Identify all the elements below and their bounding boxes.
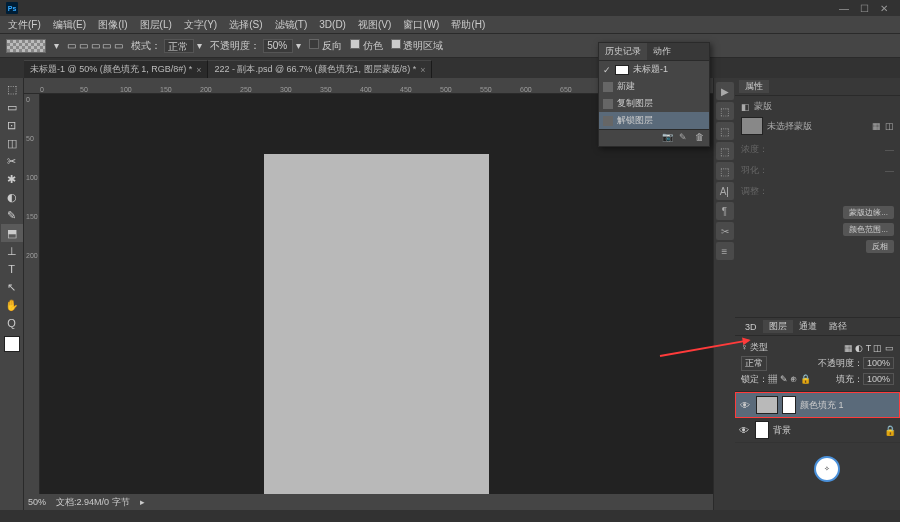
panel-icon-5[interactable]: ⬚: [716, 162, 734, 180]
layer-opacity-input[interactable]: 100%: [863, 357, 894, 369]
panel-icon-7[interactable]: ¶: [716, 202, 734, 220]
mode-select[interactable]: 正常: [164, 39, 194, 53]
main-menu: 文件(F) 编辑(E) 图像(I) 图层(L) 文字(Y) 选择(S) 滤镜(T…: [0, 16, 900, 34]
quickmask-tool[interactable]: Q: [1, 314, 23, 332]
lock-icon: 🔒: [884, 425, 896, 436]
panel-icon-1[interactable]: ▶: [716, 82, 734, 100]
history-doc-row[interactable]: ✓未标题-1: [599, 61, 709, 78]
panel-icon-2[interactable]: ⬚: [716, 102, 734, 120]
document-tab-1[interactable]: 未标题-1 @ 50% (颜色填充 1, RGB/8#) *×: [24, 60, 208, 78]
hand-tool[interactable]: ✋: [1, 296, 23, 314]
transparency-checkbox[interactable]: [391, 39, 401, 49]
tab-channels[interactable]: 通道: [793, 320, 823, 333]
menu-view[interactable]: 视图(V): [354, 18, 395, 32]
history-step[interactable]: 复制图层: [599, 95, 709, 112]
feather-label: 羽化：: [741, 164, 768, 177]
mode-label: 模式：: [131, 39, 161, 53]
watermark-logo: ✧: [814, 456, 840, 482]
menu-image[interactable]: 图像(I): [94, 18, 131, 32]
menu-edit[interactable]: 编辑(E): [49, 18, 90, 32]
pixel-mask-icon[interactable]: ▦: [872, 121, 881, 131]
panel-icon-9[interactable]: ≡: [716, 242, 734, 260]
menu-window[interactable]: 窗口(W): [399, 18, 443, 32]
tool-palette: ⬚ ▭ ⊡ ◫ ✂ ✱ ◐ ✎ ⬒ ⊥ T ↖ ✋ Q: [0, 78, 24, 510]
panel-icon-3[interactable]: ⬚: [716, 122, 734, 140]
blend-mode-select[interactable]: 正常: [741, 356, 767, 371]
path-tool[interactable]: ↖: [1, 278, 23, 296]
stamp-tool[interactable]: ✎: [1, 206, 23, 224]
layer-name[interactable]: 背景: [773, 424, 791, 437]
foreground-background-swatch[interactable]: [4, 336, 20, 352]
mask-thumbnail[interactable]: [741, 117, 763, 135]
actions-tab[interactable]: 动作: [647, 43, 677, 60]
snapshot-icon[interactable]: 📷: [661, 132, 673, 144]
minimize-button[interactable]: —: [834, 1, 854, 15]
gradient-tool[interactable]: ⬒: [1, 224, 23, 242]
healing-tool[interactable]: ✱: [1, 170, 23, 188]
eyedropper-tool[interactable]: ✂: [1, 152, 23, 170]
layer-mask-thumbnail[interactable]: [782, 396, 796, 414]
layer-row-background[interactable]: 👁 背景 🔒: [735, 418, 900, 443]
brush-tool[interactable]: ◐: [1, 188, 23, 206]
eraser-tool[interactable]: ⊥: [1, 242, 23, 260]
visibility-icon[interactable]: 👁: [739, 425, 751, 436]
masks-icon: ◧: [741, 102, 750, 112]
delete-icon[interactable]: 🗑: [693, 132, 705, 144]
menu-select[interactable]: 选择(S): [225, 18, 266, 32]
tab-paths[interactable]: 路径: [823, 320, 853, 333]
options-bar: ▾ ▭ ▭ ▭ ▭ ▭ 模式：正常▾ 不透明度：50%▾ 反向 仿色 透明区域: [0, 34, 900, 58]
document-canvas[interactable]: [264, 154, 489, 500]
new-snapshot-icon[interactable]: ✎: [677, 132, 689, 144]
canvas-viewport[interactable]: [24, 94, 713, 510]
close-tab-icon[interactable]: ×: [196, 65, 201, 75]
history-tab[interactable]: 历史记录: [599, 43, 647, 60]
crop-tool[interactable]: ◫: [1, 134, 23, 152]
layer-thumbnail[interactable]: [756, 396, 778, 414]
visibility-icon[interactable]: 👁: [740, 400, 752, 411]
menu-layer[interactable]: 图层(L): [136, 18, 176, 32]
layer-row-colorfill[interactable]: 👁 颜色填充 1: [735, 392, 900, 418]
color-range-button[interactable]: 颜色范围...: [843, 223, 894, 236]
gradient-swatch[interactable]: [6, 39, 46, 53]
document-tab-2[interactable]: 222 - 副本.psd @ 66.7% (颜色填充1, 图层蒙版/8) *×: [208, 60, 432, 78]
opacity-label: 不透明度：: [210, 39, 260, 53]
zoom-level[interactable]: 50%: [28, 497, 46, 507]
history-step[interactable]: 解锁图层: [599, 112, 709, 129]
invert-button[interactable]: 反相: [866, 240, 894, 253]
history-step[interactable]: 新建: [599, 78, 709, 95]
type-tool[interactable]: T: [1, 260, 23, 278]
menu-filter[interactable]: 滤镜(T): [271, 18, 312, 32]
ps-icon: Ps: [6, 2, 18, 14]
close-tab-icon[interactable]: ×: [420, 65, 425, 75]
menu-type[interactable]: 文字(Y): [180, 18, 221, 32]
properties-panel: 属性 ◧ 蒙版 未选择蒙版 ▦ ◫ 浓度：— 羽化：— 调整： 蒙版边缘...: [735, 78, 900, 318]
menu-3d[interactable]: 3D(D): [315, 19, 350, 30]
panel-icon-8[interactable]: ✂: [716, 222, 734, 240]
mask-edge-button[interactable]: 蒙版边缘...: [843, 206, 894, 219]
marquee-tool[interactable]: ▭: [1, 98, 23, 116]
layers-panel: 3D 图层 通道 路径 ♀ 类型▦ ◐ T ◫ ▭ 正常不透明度：100% 锁定…: [735, 318, 900, 510]
move-tool[interactable]: ⬚: [1, 80, 23, 98]
layer-name[interactable]: 颜色填充 1: [800, 399, 844, 412]
layer-fill-input[interactable]: 100%: [863, 373, 894, 385]
close-button[interactable]: ✕: [874, 1, 894, 15]
status-bar: 50% 文档:2.94M/0 字节 ▸: [24, 494, 713, 510]
vector-mask-icon[interactable]: ◫: [885, 121, 894, 131]
reverse-checkbox[interactable]: [309, 39, 319, 49]
tab-3d[interactable]: 3D: [739, 322, 763, 332]
tab-layers[interactable]: 图层: [763, 320, 793, 333]
properties-tab[interactable]: 属性: [739, 80, 769, 93]
menu-file[interactable]: 文件(F): [4, 18, 45, 32]
layer-thumbnail[interactable]: [755, 421, 769, 439]
collapsed-panels: ▶ ⬚ ⬚ ⬚ ⬚ Aǀ ¶ ✂ ≡: [713, 78, 735, 510]
refine-label: 调整：: [741, 185, 768, 198]
lasso-tool[interactable]: ⊡: [1, 116, 23, 134]
opacity-input[interactable]: 50%: [263, 39, 293, 53]
mask-status: 未选择蒙版: [767, 120, 812, 133]
history-panel[interactable]: 历史记录 动作 ✓未标题-1 新建 复制图层 解锁图层 📷 ✎ 🗑: [598, 42, 710, 147]
menu-help[interactable]: 帮助(H): [447, 18, 489, 32]
panel-icon-6[interactable]: Aǀ: [716, 182, 734, 200]
dither-checkbox[interactable]: [350, 39, 360, 49]
panel-icon-4[interactable]: ⬚: [716, 142, 734, 160]
maximize-button[interactable]: ☐: [854, 1, 874, 15]
